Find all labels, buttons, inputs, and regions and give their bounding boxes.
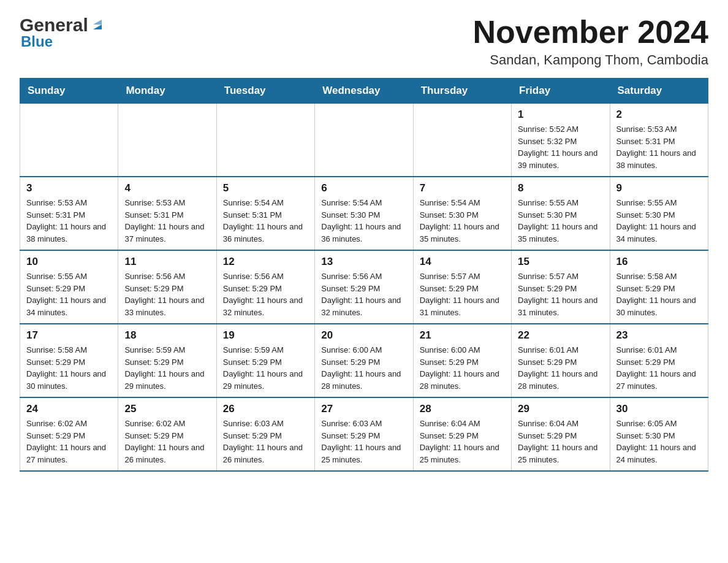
day-number: 30	[616, 403, 702, 415]
calendar-cell: 25Sunrise: 6:02 AM Sunset: 5:29 PM Dayli…	[118, 397, 216, 471]
day-info: Sunrise: 5:57 AM Sunset: 5:29 PM Dayligh…	[518, 270, 603, 318]
weekday-header: Tuesday	[216, 79, 314, 104]
calendar-cell: 19Sunrise: 5:59 AM Sunset: 5:29 PM Dayli…	[216, 324, 314, 397]
calendar-cell: 3Sunrise: 5:53 AM Sunset: 5:31 PM Daylig…	[20, 177, 118, 250]
day-info: Sunrise: 6:02 AM Sunset: 5:29 PM Dayligh…	[26, 418, 112, 465]
day-info: Sunrise: 5:54 AM Sunset: 5:31 PM Dayligh…	[223, 197, 308, 245]
day-info: Sunrise: 5:59 AM Sunset: 5:29 PM Dayligh…	[223, 344, 308, 392]
day-info: Sunrise: 5:59 AM Sunset: 5:29 PM Dayligh…	[124, 344, 210, 392]
calendar-cell: 5Sunrise: 5:54 AM Sunset: 5:31 PM Daylig…	[216, 177, 314, 250]
svg-marker-0	[93, 25, 102, 29]
day-number: 19	[223, 329, 308, 342]
day-number: 17	[26, 329, 112, 342]
day-info: Sunrise: 6:03 AM Sunset: 5:29 PM Dayligh…	[223, 418, 308, 465]
calendar-cell: 4Sunrise: 5:53 AM Sunset: 5:31 PM Daylig…	[118, 177, 216, 250]
page-header: General Blue November 2024 Sandan, Kampo…	[20, 15, 708, 68]
day-info: Sunrise: 5:56 AM Sunset: 5:29 PM Dayligh…	[321, 270, 406, 318]
day-number: 7	[420, 182, 505, 194]
day-number: 23	[616, 329, 702, 342]
calendar-cell: 10Sunrise: 5:55 AM Sunset: 5:29 PM Dayli…	[20, 250, 118, 324]
day-info: Sunrise: 6:05 AM Sunset: 5:30 PM Dayligh…	[616, 418, 702, 465]
day-info: Sunrise: 5:58 AM Sunset: 5:29 PM Dayligh…	[26, 344, 112, 392]
day-number: 22	[518, 329, 603, 342]
day-info: Sunrise: 5:52 AM Sunset: 5:32 PM Dayligh…	[518, 123, 603, 171]
calendar-cell: 27Sunrise: 6:03 AM Sunset: 5:29 PM Dayli…	[315, 397, 413, 471]
day-number: 18	[124, 329, 210, 342]
day-number: 25	[124, 403, 210, 415]
calendar-cell: 7Sunrise: 5:54 AM Sunset: 5:30 PM Daylig…	[413, 177, 511, 250]
logo-triangle-icon	[91, 18, 104, 32]
calendar-cell: 29Sunrise: 6:04 AM Sunset: 5:29 PM Dayli…	[512, 397, 610, 471]
day-number: 16	[616, 256, 702, 268]
day-info: Sunrise: 5:56 AM Sunset: 5:29 PM Dayligh…	[223, 270, 308, 318]
calendar-cell	[315, 104, 413, 177]
day-info: Sunrise: 5:57 AM Sunset: 5:29 PM Dayligh…	[420, 270, 505, 318]
weekday-header: Saturday	[610, 79, 708, 104]
weekday-header: Wednesday	[315, 79, 413, 104]
weekday-header: Sunday	[20, 79, 118, 104]
calendar-header-row: SundayMondayTuesdayWednesdayThursdayFrid…	[20, 79, 708, 104]
day-info: Sunrise: 5:58 AM Sunset: 5:29 PM Dayligh…	[616, 270, 702, 318]
calendar-week-row: 24Sunrise: 6:02 AM Sunset: 5:29 PM Dayli…	[20, 397, 708, 471]
calendar-cell: 24Sunrise: 6:02 AM Sunset: 5:29 PM Dayli…	[20, 397, 118, 471]
day-info: Sunrise: 5:54 AM Sunset: 5:30 PM Dayligh…	[321, 197, 406, 245]
day-info: Sunrise: 5:55 AM Sunset: 5:30 PM Dayligh…	[518, 197, 603, 245]
day-info: Sunrise: 6:00 AM Sunset: 5:29 PM Dayligh…	[321, 344, 406, 392]
day-number: 4	[124, 182, 210, 194]
day-info: Sunrise: 5:53 AM Sunset: 5:31 PM Dayligh…	[124, 197, 210, 245]
day-number: 28	[420, 403, 505, 415]
day-number: 3	[26, 182, 112, 194]
day-number: 1	[518, 109, 603, 121]
day-info: Sunrise: 6:01 AM Sunset: 5:29 PM Dayligh…	[616, 344, 702, 392]
day-info: Sunrise: 5:54 AM Sunset: 5:30 PM Dayligh…	[420, 197, 505, 245]
calendar-cell: 13Sunrise: 5:56 AM Sunset: 5:29 PM Dayli…	[315, 250, 413, 324]
weekday-header: Thursday	[413, 79, 511, 104]
day-info: Sunrise: 6:04 AM Sunset: 5:29 PM Dayligh…	[420, 418, 505, 465]
calendar-cell	[20, 104, 118, 177]
day-number: 13	[321, 256, 406, 268]
calendar-cell: 11Sunrise: 5:56 AM Sunset: 5:29 PM Dayli…	[118, 250, 216, 324]
page-subtitle: Sandan, Kampong Thom, Cambodia	[473, 52, 708, 68]
day-info: Sunrise: 6:03 AM Sunset: 5:29 PM Dayligh…	[321, 418, 406, 465]
day-number: 2	[616, 109, 702, 121]
day-number: 12	[223, 256, 308, 268]
day-number: 6	[321, 182, 406, 194]
day-number: 26	[223, 403, 308, 415]
calendar-cell: 14Sunrise: 5:57 AM Sunset: 5:29 PM Dayli…	[413, 250, 511, 324]
day-info: Sunrise: 5:55 AM Sunset: 5:30 PM Dayligh…	[616, 197, 702, 245]
day-number: 21	[420, 329, 505, 342]
logo-blue-text: Blue	[21, 33, 53, 50]
calendar-cell: 12Sunrise: 5:56 AM Sunset: 5:29 PM Dayli…	[216, 250, 314, 324]
day-number: 29	[518, 403, 603, 415]
day-number: 15	[518, 256, 603, 268]
calendar-week-row: 10Sunrise: 5:55 AM Sunset: 5:29 PM Dayli…	[20, 250, 708, 324]
day-number: 14	[420, 256, 505, 268]
calendar-cell: 9Sunrise: 5:55 AM Sunset: 5:30 PM Daylig…	[610, 177, 708, 250]
weekday-header: Monday	[118, 79, 216, 104]
day-info: Sunrise: 5:53 AM Sunset: 5:31 PM Dayligh…	[26, 197, 112, 245]
calendar-week-row: 1Sunrise: 5:52 AM Sunset: 5:32 PM Daylig…	[20, 104, 708, 177]
calendar-table: SundayMondayTuesdayWednesdayThursdayFrid…	[20, 78, 708, 472]
calendar-cell	[118, 104, 216, 177]
day-number: 11	[124, 256, 210, 268]
day-info: Sunrise: 6:01 AM Sunset: 5:29 PM Dayligh…	[518, 344, 603, 392]
calendar-cell: 2Sunrise: 5:53 AM Sunset: 5:31 PM Daylig…	[610, 104, 708, 177]
calendar-cell: 26Sunrise: 6:03 AM Sunset: 5:29 PM Dayli…	[216, 397, 314, 471]
svg-marker-1	[93, 20, 102, 25]
day-info: Sunrise: 5:56 AM Sunset: 5:29 PM Dayligh…	[124, 270, 210, 318]
day-number: 5	[223, 182, 308, 194]
calendar-cell: 21Sunrise: 6:00 AM Sunset: 5:29 PM Dayli…	[413, 324, 511, 397]
day-number: 9	[616, 182, 702, 194]
day-info: Sunrise: 6:02 AM Sunset: 5:29 PM Dayligh…	[124, 418, 210, 465]
day-info: Sunrise: 5:55 AM Sunset: 5:29 PM Dayligh…	[26, 270, 112, 318]
calendar-cell	[216, 104, 314, 177]
logo: General Blue	[20, 15, 104, 50]
logo-general-text: General	[20, 15, 88, 36]
day-number: 24	[26, 403, 112, 415]
calendar-cell: 28Sunrise: 6:04 AM Sunset: 5:29 PM Dayli…	[413, 397, 511, 471]
calendar-cell: 30Sunrise: 6:05 AM Sunset: 5:30 PM Dayli…	[610, 397, 708, 471]
page-title: November 2024	[473, 15, 708, 50]
title-section: November 2024 Sandan, Kampong Thom, Camb…	[473, 15, 708, 68]
calendar-cell: 6Sunrise: 5:54 AM Sunset: 5:30 PM Daylig…	[315, 177, 413, 250]
calendar-cell: 15Sunrise: 5:57 AM Sunset: 5:29 PM Dayli…	[512, 250, 610, 324]
